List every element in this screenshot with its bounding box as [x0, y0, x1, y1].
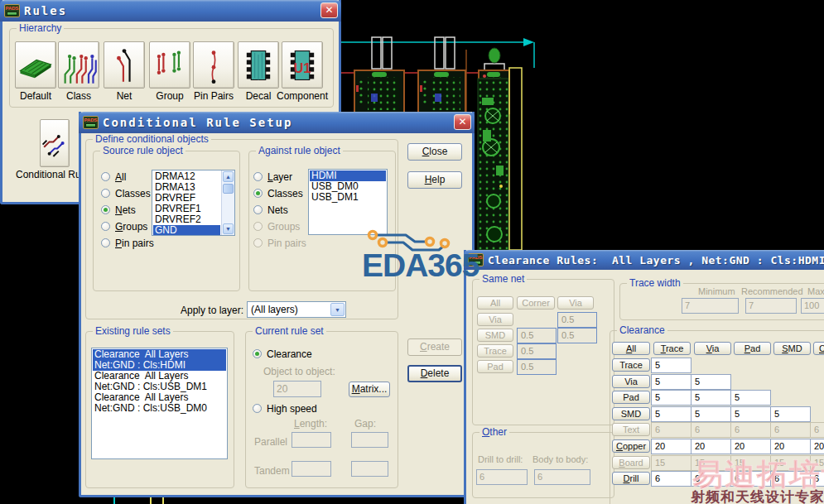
list-item[interactable]: USB_DM0 [310, 181, 386, 192]
hierarchy-button-group[interactable] [149, 41, 190, 89]
radio-circle [253, 172, 263, 181]
clearance-row-button-pad[interactable]: Pad [612, 391, 650, 404]
clearance-cell[interactable]: 5 [691, 390, 731, 406]
clearance-col-button-pad[interactable]: Pad [734, 342, 771, 355]
clearance-row-button-smd[interactable]: SMD [612, 407, 650, 420]
list-items: Clearance All LayersNet:GND : Cls:HDMICl… [93, 349, 226, 458]
clearance-col-button-via[interactable]: Via [694, 342, 731, 355]
rule-set-line[interactable]: Clearance All Layers [93, 349, 226, 360]
list-items: DRMA12DRMA13DRVREFDRVREF1DRVREF2GND [153, 171, 220, 234]
clearance-cell[interactable]: 20 [770, 439, 811, 454]
drill-to-drill-label: Drill to drill: [478, 454, 523, 464]
clearance-row-button-copper[interactable]: Copper [612, 439, 650, 453]
parallel-length-input [292, 432, 331, 448]
same-net-col-button-corner: Corner [517, 296, 555, 310]
radio-label: Nets [115, 204, 136, 216]
clearance-cell[interactable]: 5 [651, 390, 691, 406]
list-item[interactable]: DRVREF1 [153, 204, 220, 214]
list-item[interactable]: DRMA13 [153, 182, 220, 193]
scrollbar-down-icon[interactable]: ▼ [223, 223, 234, 234]
chevron-down-icon[interactable]: ▼ [330, 303, 345, 316]
radio-pin-pairs: Pin pairs [253, 238, 378, 249]
source-rule-list[interactable]: DRMA12DRMA13DRVREFDRVREF1DRVREF2GND▲▼ [152, 170, 235, 236]
radio-circle [253, 238, 263, 247]
conditional-rules-button[interactable] [40, 119, 70, 167]
list-item[interactable]: HDMI [310, 170, 386, 181]
radio-label: Clearance [267, 348, 312, 360]
rule-set-line[interactable]: Clearance All Layers [93, 392, 226, 403]
clearance-cell[interactable]: 6 [770, 471, 811, 487]
rule-set-line[interactable]: Clearance All Layers [93, 371, 226, 382]
radio-pin-pairs[interactable]: Pin pairs [101, 238, 225, 249]
other-group: Other [472, 432, 614, 498]
clearance-cell[interactable]: 6 [810, 471, 824, 487]
clearance-body: Same net Trace width Clearance Other Dri… [466, 250, 824, 504]
clearance-cell[interactable]: 20 [810, 439, 824, 454]
hierarchy-button-net[interactable] [104, 41, 145, 89]
clearance-cell[interactable]: 5 [651, 358, 691, 373]
clearance-row-button-text: Text [612, 423, 650, 436]
radio-circle [253, 404, 262, 413]
clearance-cell[interactable]: 5 [770, 406, 811, 422]
clearance-col-button-smd[interactable]: SMD [773, 342, 811, 355]
apply-to-layer-select[interactable]: (All layers) ▼ [247, 301, 346, 318]
clearance-cell[interactable]: 5 [651, 374, 691, 390]
clearance-cell[interactable]: 5 [730, 406, 771, 422]
close-button[interactable]: Close [407, 143, 462, 161]
list-item[interactable]: USB_DM1 [310, 192, 386, 203]
clearance-cell[interactable]: 6 [651, 471, 691, 487]
scrollbar-thumb[interactable] [223, 184, 234, 194]
clearance-row-button-via[interactable]: Via [612, 375, 650, 388]
rule-set-line[interactable]: Net:GND : Cls:HDMI [93, 360, 226, 371]
trace-width-col-label: Recommended [741, 286, 803, 296]
clearance-col-button-trace[interactable]: Trace [653, 342, 691, 355]
list-item[interactable]: DRMA12 [153, 171, 220, 182]
clearance-cell[interactable]: 5 [730, 390, 771, 406]
radio-clearance[interactable]: Clearance [253, 348, 377, 360]
rule-set-line[interactable]: Net:GND : Cls:USB_DM1 [93, 382, 226, 392]
clearance-row-button-trace[interactable]: Trace [612, 358, 650, 372]
clearance-row-button-drill[interactable]: Drill [612, 472, 650, 485]
radio-high-speed[interactable]: High speed [253, 403, 377, 415]
help-button[interactable]: Help [407, 171, 462, 189]
same-net-cell: 0.5 [557, 328, 597, 343]
existing-rule-sets-list[interactable]: Clearance All LayersNet:GND : Cls:HDMICl… [91, 348, 228, 459]
list-item[interactable]: GND [153, 225, 220, 236]
hierarchy-button-pin-pairs[interactable] [193, 41, 234, 89]
group-icon [152, 46, 188, 85]
clearance-row-button-board: Board [612, 456, 650, 469]
hierarchy-button-class[interactable] [58, 41, 99, 89]
clearance-cell[interactable]: 20 [651, 439, 691, 454]
object-to-object-input: 20 [273, 381, 321, 397]
radio-label: Pin pairs [267, 238, 306, 249]
list-items: HDMIUSB_DM0USB_DM1 [310, 170, 386, 233]
hierarchy-button-label: Pin Pairs [188, 90, 239, 102]
clearance-cell: 6 [691, 422, 731, 438]
same-net-cell: 0.5 [517, 328, 557, 343]
matrix-button[interactable]: Matrix... [349, 382, 390, 397]
clearance-cell[interactable]: 5 [691, 406, 731, 422]
default-board-icon [17, 46, 54, 85]
clearance-col-button-all[interactable]: All [612, 342, 650, 355]
hierarchy-button-default[interactable] [15, 41, 56, 89]
clearance-cell[interactable]: 6 [691, 471, 731, 487]
against-rule-list[interactable]: HDMIUSB_DM0USB_DM1 [308, 169, 388, 235]
same-net-col-button-via: Via [557, 296, 594, 310]
list-item[interactable]: DRVREF2 [153, 214, 220, 225]
clearance-cell[interactable]: 20 [691, 439, 731, 454]
trace-width-input-recommended: 7 [745, 298, 797, 314]
clearance-cell[interactable]: 5 [691, 374, 731, 390]
list-item[interactable]: DRVREF [153, 193, 220, 204]
clearance-col-button-co[interactable]: Co [813, 342, 824, 355]
clearance-cell[interactable]: 6 [730, 471, 771, 487]
clearance-cell[interactable]: 5 [651, 406, 691, 422]
hierarchy-button-decal[interactable] [238, 41, 279, 89]
delete-button[interactable]: Delete [407, 365, 462, 382]
clearance-cell[interactable]: 20 [730, 439, 771, 454]
rule-set-line[interactable]: Net:GND : Cls:USB_DM0 [93, 403, 226, 414]
current-group-label: Current rule set [253, 325, 326, 337]
hierarchy-button-label: Component [277, 90, 328, 102]
hierarchy-button-component[interactable]: U1 [282, 41, 323, 89]
scrollbar[interactable]: ▲▼ [221, 170, 234, 235]
scrollbar-up-icon[interactable]: ▲ [223, 171, 234, 182]
